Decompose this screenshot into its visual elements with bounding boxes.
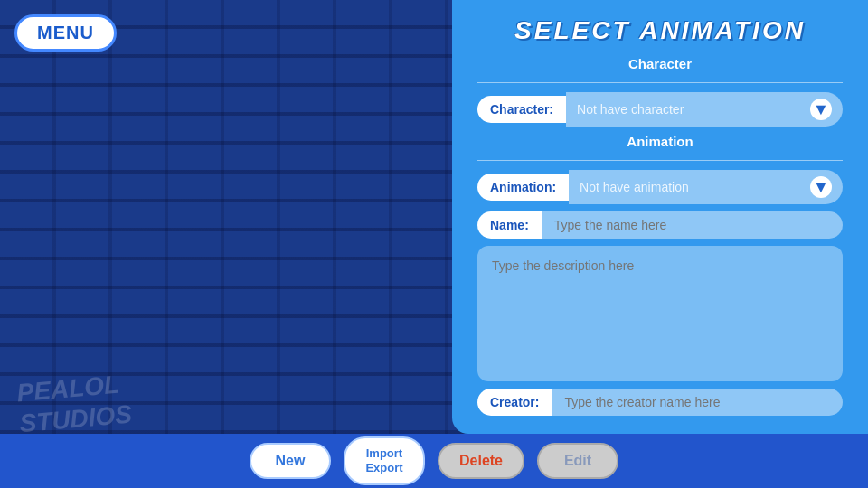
character-divider xyxy=(477,82,843,83)
character-chevron-icon: ▼ xyxy=(810,99,832,120)
character-select[interactable]: Not have character ▼ xyxy=(566,92,843,127)
character-label: Character: xyxy=(477,96,566,123)
animation-field-row: Animation: Not have animation ▼ xyxy=(477,170,843,204)
new-button[interactable]: New xyxy=(250,443,331,479)
name-field-row: Name: xyxy=(477,211,843,239)
bottom-bar: New ImportExport Delete Edit xyxy=(0,434,868,488)
character-field-row: Character: Not have character ▼ xyxy=(477,92,843,127)
creator-field-row: Creator: xyxy=(477,389,843,416)
animation-label: Animation: xyxy=(477,174,569,201)
delete-button[interactable]: Delete xyxy=(438,443,524,479)
watermark: PEALOL STUDIOS xyxy=(15,369,133,439)
animation-divider xyxy=(477,160,843,161)
character-section-header: Character xyxy=(477,56,843,71)
main-panel: SELECT ANIMATION Character Character: No… xyxy=(452,0,868,434)
character-select-value: Not have character xyxy=(577,102,684,117)
name-input[interactable] xyxy=(542,211,843,239)
import-export-button[interactable]: ImportExport xyxy=(344,436,425,484)
animation-chevron-icon: ▼ xyxy=(810,176,832,198)
description-input[interactable] xyxy=(477,246,843,381)
edit-button[interactable]: Edit xyxy=(537,443,618,479)
menu-button[interactable]: MENU xyxy=(14,14,117,52)
animation-select[interactable]: Not have animation ▼ xyxy=(569,170,843,204)
panel-title: SELECT ANIMATION xyxy=(477,16,843,45)
creator-input[interactable] xyxy=(552,389,843,416)
creator-label: Creator: xyxy=(477,389,552,416)
animation-section-header: Animation xyxy=(477,134,843,149)
name-label: Name: xyxy=(477,211,542,239)
animation-select-value: Not have animation xyxy=(580,180,689,194)
